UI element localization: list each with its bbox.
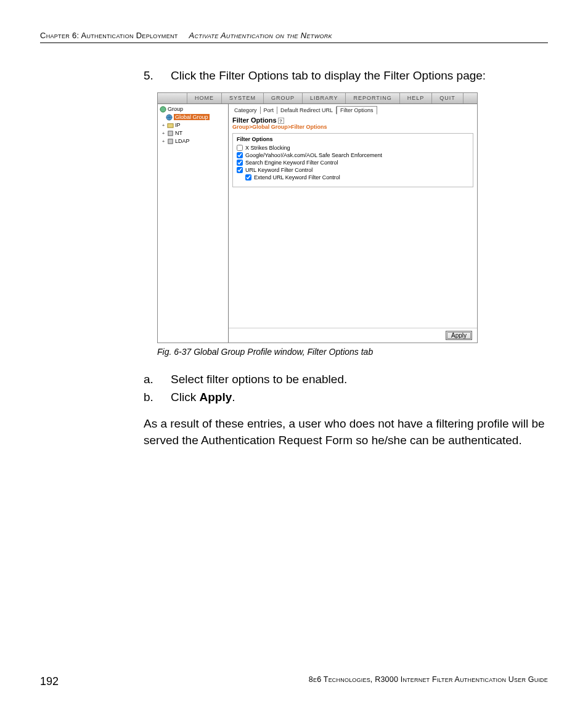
check-label: URL Keyword Filter Control [245, 167, 312, 173]
footer-text: 8e6 Technologies, R3000 Internet Filter … [309, 675, 548, 688]
tree-item-ldap[interactable]: + LDAP [159, 137, 227, 145]
check-extend-url-keyword[interactable]: Extend URL Keyword Filter Control [245, 174, 469, 181]
substep-b-prefix: Click [171, 391, 199, 404]
page-number: 192 [40, 675, 59, 688]
tree-root-label: Group [168, 106, 183, 112]
svg-point-0 [160, 107, 165, 112]
expander-icon[interactable]: + [160, 123, 166, 128]
expander-icon[interactable]: + [160, 131, 166, 136]
step-5-text: Click the Filter Options tab to display … [171, 69, 486, 82]
tab-row: Category Port Default Redirect URL Filte… [229, 104, 477, 114]
menu-tail [463, 93, 477, 103]
tab-port[interactable]: Port [261, 107, 278, 114]
app-window: HOME SYSTEM GROUP LIBRARY REPORTING HELP… [158, 93, 477, 343]
substep-b-suffix: . [232, 391, 235, 404]
substep-b: b.Click Apply. [157, 388, 548, 406]
menu-home[interactable]: HOME [187, 93, 222, 103]
menu-group[interactable]: GROUP [264, 93, 303, 103]
help-icon[interactable]: ? [278, 118, 284, 124]
breadcrumb: Group>Global Group>Filter Options [229, 124, 477, 132]
result-paragraph: As a result of these entries, a user who… [144, 415, 548, 449]
tree-item-global-group[interactable]: Global Group [159, 113, 227, 121]
menu-reporting[interactable]: REPORTING [346, 93, 399, 103]
group-title: Filter Options [237, 136, 469, 142]
tree-item-global-group-label: Global Group [174, 114, 210, 120]
substep-a-text: Select filter options to be enabled. [171, 373, 347, 386]
panel-title-text: Filter Options [232, 116, 277, 124]
step-5-number: 5. [157, 68, 171, 84]
svg-rect-3 [168, 131, 172, 135]
tree-item-ip-label: IP [175, 122, 181, 128]
header-chapter: Chapter 6: Authentication Deployment [40, 31, 178, 40]
server-icon [166, 138, 174, 145]
tree-pane: Group Global Group + IP + [158, 104, 229, 343]
check-search-keyword[interactable]: Search Engine Keyword Filter Control [237, 160, 469, 166]
checkbox[interactable] [237, 145, 243, 151]
menu-bar: HOME SYSTEM GROUP LIBRARY REPORTING HELP… [158, 93, 477, 104]
content-pane: Category Port Default Redirect URL Filte… [229, 104, 477, 343]
panel-title: Filter Options? [229, 114, 477, 124]
substep-b-label: b. [157, 388, 171, 406]
globe-icon [165, 114, 173, 121]
menu-help[interactable]: HELP [400, 93, 433, 103]
check-safe-search[interactable]: Google/Yahoo!/Ask.com/AOL Safe Search En… [237, 152, 469, 158]
check-label: Search Engine Keyword Filter Control [245, 160, 338, 166]
tab-category[interactable]: Category [231, 107, 261, 114]
menu-quit[interactable]: QUIT [432, 93, 463, 103]
menu-system[interactable]: SYSTEM [222, 93, 264, 103]
group-icon [159, 106, 166, 113]
menu-spacer [158, 93, 187, 103]
server-icon [166, 130, 174, 137]
step-5: 5.Click the Filter Options tab to displa… [157, 68, 548, 84]
checkbox[interactable] [237, 167, 243, 173]
tree-item-ip[interactable]: + IP [159, 121, 227, 129]
checkbox[interactable] [237, 160, 243, 166]
filter-options-group: Filter Options X Strikes Blocking Google… [232, 133, 473, 187]
tab-default-redirect-url[interactable]: Default Redirect URL [277, 107, 337, 114]
running-header: Chapter 6: Authentication Deployment Act… [40, 31, 548, 43]
svg-rect-2 [167, 123, 173, 127]
apply-button[interactable]: Apply [446, 331, 472, 340]
substep-a-label: a. [157, 370, 171, 388]
tree-item-ldap-label: LDAP [175, 138, 190, 144]
tree-root[interactable]: Group [159, 105, 227, 113]
checkbox[interactable] [245, 174, 251, 181]
apply-bar: Apply [229, 328, 477, 343]
tab-filter-options[interactable]: Filter Options [337, 106, 377, 115]
page-footer: 192 8e6 Technologies, R3000 Internet Fil… [40, 675, 548, 688]
figure-screenshot: HOME SYSTEM GROUP LIBRARY REPORTING HELP… [157, 92, 478, 343]
content-fill [229, 187, 477, 328]
svg-rect-4 [168, 139, 172, 143]
tree-item-nt-label: NT [175, 130, 182, 136]
check-url-keyword[interactable]: URL Keyword Filter Control [237, 167, 469, 173]
check-x-strikes[interactable]: X Strikes Blocking [237, 145, 469, 151]
check-label: X Strikes Blocking [245, 145, 290, 151]
substep-a: a.Select filter options to be enabled. [157, 370, 548, 388]
substeps: a.Select filter options to be enabled. b… [157, 370, 548, 449]
substep-b-bold: Apply [199, 391, 232, 404]
expander-icon[interactable]: + [160, 139, 166, 144]
checkbox[interactable] [237, 152, 243, 158]
tree-item-nt[interactable]: + NT [159, 129, 227, 137]
check-label: Extend URL Keyword Filter Control [254, 174, 340, 181]
folder-icon [166, 122, 174, 129]
workspace: Group Global Group + IP + [158, 104, 477, 343]
figure-caption: Fig. 6-37 Global Group Profile window, F… [157, 347, 548, 357]
header-section: Activate Authentication on the Network [189, 31, 332, 40]
menu-library[interactable]: LIBRARY [303, 93, 346, 103]
check-label: Google/Yahoo!/Ask.com/AOL Safe Search En… [245, 152, 382, 158]
